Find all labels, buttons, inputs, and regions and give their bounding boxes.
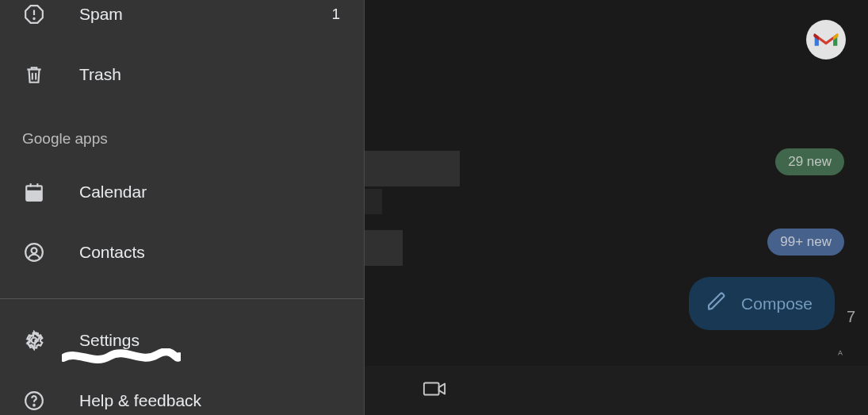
- svg-rect-7: [26, 190, 42, 201]
- svg-point-11: [32, 248, 37, 253]
- sidebar-item-label: Settings: [79, 331, 140, 350]
- calendar-icon: [22, 180, 46, 204]
- section-header-google-apps: Google apps: [0, 130, 364, 148]
- help-icon: [22, 389, 46, 413]
- compose-button[interactable]: Compose: [689, 277, 835, 330]
- caret-indicator: ᴬ: [838, 348, 843, 361]
- sidebar-item-label: Spam: [79, 5, 123, 24]
- sidebar-item-contacts[interactable]: Contacts: [0, 230, 364, 275]
- compose-label: Compose: [741, 294, 813, 313]
- sidebar-item-trash[interactable]: Trash: [0, 52, 364, 97]
- sidebar-item-settings[interactable]: Settings: [0, 318, 364, 363]
- sidebar-item-count: 1: [331, 6, 340, 23]
- annotation-scribble: [62, 348, 181, 371]
- svg-point-3: [33, 18, 34, 19]
- pencil-icon: [706, 291, 727, 316]
- gmail-logo[interactable]: [806, 20, 846, 60]
- gmail-icon: [813, 29, 839, 50]
- svg-point-10: [25, 244, 43, 261]
- svg-point-14: [33, 405, 35, 406]
- sidebar-item-label: Help & feedback: [79, 391, 201, 410]
- sidebar-item-spam[interactable]: Spam 1: [0, 0, 364, 37]
- video-icon[interactable]: [423, 379, 446, 402]
- sidebar-item-label: Trash: [79, 65, 121, 84]
- gear-icon: [22, 329, 46, 352]
- svg-rect-0: [423, 383, 438, 395]
- contacts-icon: [22, 240, 46, 264]
- badge-new-green: 29 new: [775, 148, 844, 175]
- spam-icon: [22, 2, 46, 26]
- app-root: 29 new 99+ new Compose 7 ᴬ Spam 1: [0, 0, 868, 415]
- sidebar-item-calendar[interactable]: Calendar: [0, 170, 364, 214]
- trash-icon: [22, 63, 46, 86]
- navigation-drawer: Spam 1 Trash Google apps Calendar Contac…: [0, 0, 365, 415]
- divider: [0, 298, 364, 299]
- sidebar-item-help[interactable]: Help & feedback: [0, 378, 364, 415]
- side-count: 7: [847, 308, 855, 326]
- badge-new-blue: 99+ new: [767, 229, 844, 256]
- sidebar-item-label: Contacts: [79, 243, 145, 262]
- obscured-block: [357, 151, 460, 186]
- sidebar-item-label: Calendar: [79, 183, 147, 202]
